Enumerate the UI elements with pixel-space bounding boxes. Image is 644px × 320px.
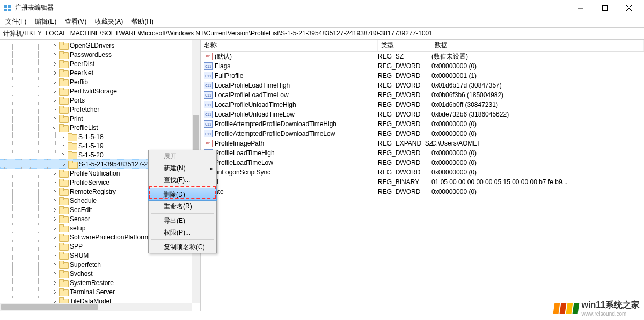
svg-rect-3 [8, 9, 11, 11]
expand-icon[interactable] [52, 97, 58, 104]
folder-icon [59, 234, 68, 241]
value-row[interactable]: ProfileAttemptedProfileDownloadTimeHighR… [201, 119, 644, 129]
column-data[interactable]: 数据 [431, 40, 644, 51]
expand-icon[interactable] [52, 216, 58, 222]
expand-icon[interactable] [52, 234, 58, 241]
ctx-separator [151, 187, 214, 187]
scrollbar-thumb[interactable] [1, 304, 98, 310]
expand-icon[interactable] [52, 252, 58, 259]
expand-icon[interactable] [52, 243, 58, 250]
tree-item-perhwidstorage[interactable]: PerHwIdStorage [0, 86, 200, 96]
expand-icon[interactable] [52, 79, 58, 85]
expand-icon[interactable] [60, 134, 67, 140]
column-type[interactable]: 类型 [378, 40, 431, 51]
value-row[interactable]: LocalProfileLoadTimeLowREG_DWORD0x0b06f3… [201, 90, 644, 100]
expand-icon[interactable] [61, 161, 67, 168]
expand-icon[interactable] [52, 125, 58, 131]
value-row[interactable]: ProfileImagePathREG_EXPAND_SZC:\Users\AO… [201, 139, 644, 148]
folder-icon [59, 170, 68, 177]
ctx-copy-key-name[interactable]: 复制项名称(C) [149, 241, 216, 253]
tree-item-label: ProfileService [70, 179, 109, 186]
folder-icon [59, 215, 68, 223]
tree-item-systemrestore[interactable]: SystemRestore [0, 278, 200, 287]
menu-favorites[interactable]: 收藏夹(A) [91, 16, 127, 27]
expand-icon[interactable] [52, 42, 58, 49]
folder-icon [59, 78, 68, 86]
expand-icon[interactable] [52, 115, 58, 122]
value-row[interactable]: LocalProfileLoadTimeHighREG_DWORD0x01d6b… [201, 81, 644, 90]
tree-item-label: SoftwareProtectionPlatform [70, 234, 148, 241]
value-name: LocalProfileLoadTimeLow [215, 91, 378, 99]
tree-scrollbar-horizontal[interactable] [0, 303, 192, 311]
value-data: 0x00000000 (0) [431, 62, 644, 70]
tree-item-profilelist[interactable]: ProfileList [0, 123, 200, 132]
column-name[interactable]: 名称 [201, 40, 378, 51]
expand-icon[interactable] [52, 179, 58, 186]
tree-item-prefetcher[interactable]: Prefetcher [0, 105, 200, 114]
tree-item-terminal-server[interactable]: Terminal Server [0, 287, 200, 296]
ctx-rename[interactable]: 重命名(R) [149, 200, 216, 212]
expand-icon[interactable] [52, 198, 58, 204]
value-row[interactable]: (默认)REG_SZ(数值未设置) [201, 52, 644, 61]
expand-icon[interactable] [52, 225, 58, 231]
menu-file[interactable]: 文件(F) [1, 16, 31, 27]
value-row[interactable]: FlagsREG_DWORD0x00000000 (0) [201, 61, 644, 71]
menu-view[interactable]: 查看(V) [61, 16, 91, 27]
menu-help[interactable]: 帮助(H) [127, 16, 158, 27]
tree-item-perflib[interactable]: Perflib [0, 77, 200, 86]
menu-edit[interactable]: 编辑(E) [31, 16, 61, 27]
expand-icon[interactable] [60, 143, 67, 149]
expand-icon[interactable] [52, 271, 58, 277]
ctx-export[interactable]: 导出(E) [149, 215, 216, 227]
tree-item-peerdist[interactable]: PeerDist [0, 59, 200, 68]
close-button[interactable] [617, 0, 641, 16]
tree-item-svchost[interactable]: Svchost [0, 269, 200, 278]
tree-item-print[interactable]: Print [0, 114, 200, 123]
value-row[interactable]: ProfileLoadTimeHighREG_DWORD0x00000000 (… [201, 148, 644, 158]
expand-icon[interactable] [52, 170, 58, 177]
address-bar[interactable]: 计算机\HKEY_LOCAL_MACHINE\SOFTWARE\Microsof… [0, 28, 644, 40]
value-row[interactable]: LocalProfileUnloadTimeHighREG_DWORD0x01d… [201, 100, 644, 110]
expand-icon[interactable] [52, 106, 58, 113]
binary-value-icon [204, 91, 213, 99]
ctx-new[interactable]: 新建(N) [149, 162, 216, 174]
tree-item-opengldrivers[interactable]: OpenGLDrivers [0, 41, 200, 50]
ctx-find[interactable]: 查找(F)... [149, 174, 216, 186]
ctx-permissions[interactable]: 权限(P)... [149, 227, 216, 238]
value-row[interactable]: FullProfileREG_DWORD0x00000001 (1) [201, 71, 644, 81]
tree-item-label: Schedule [70, 197, 97, 205]
tree-item-label: S-1-5-18 [78, 133, 104, 141]
value-row[interactable]: LocalProfileUnloadTimeLowREG_DWORD0xbde7… [201, 110, 644, 119]
expand-icon[interactable] [52, 70, 58, 76]
maximize-button[interactable] [592, 0, 617, 16]
expand-icon[interactable] [52, 289, 58, 295]
expand-icon[interactable] [60, 152, 67, 158]
menubar: 文件(F) 编辑(E) 查看(V) 收藏夹(A) 帮助(H) [0, 16, 644, 28]
value-type: REG_DWORD [378, 149, 431, 157]
value-type: REG_DWORD [378, 91, 431, 99]
value-row[interactable]: ProfileAttemptedProfileDownloadTimeLowRE… [201, 129, 644, 139]
value-row[interactable]: ProfileLoadTimeLowREG_DWORD0x00000000 (0… [201, 158, 644, 168]
expand-icon[interactable] [52, 52, 58, 58]
ctx-delete[interactable]: 删除(D) [148, 188, 217, 201]
tree-item-s-1-5-19[interactable]: S-1-5-19 [0, 141, 200, 150]
value-row[interactable]: dREG_BINARY01 05 00 00 00 00 00 05 15 00… [201, 177, 644, 187]
expand-icon[interactable] [52, 261, 58, 268]
expand-icon[interactable] [52, 280, 58, 286]
expand-icon[interactable] [52, 207, 58, 213]
value-name: unLogonScriptSync [215, 169, 378, 176]
svg-rect-2 [4, 9, 7, 11]
expand-icon[interactable] [52, 88, 58, 94]
value-row[interactable]: unLogonScriptSyncREG_DWORD0x00000000 (0) [201, 168, 644, 177]
minimize-button[interactable] [568, 0, 592, 16]
tree-item-ports[interactable]: Ports [0, 96, 200, 105]
ctx-expand[interactable]: 展开 [149, 150, 216, 162]
tree-item-superfetch[interactable]: Superfetch [0, 260, 200, 269]
expand-icon[interactable] [52, 61, 58, 67]
tree-item-peernet[interactable]: PeerNet [0, 68, 200, 77]
tree-item-s-1-5-18[interactable]: S-1-5-18 [0, 132, 200, 141]
expand-icon[interactable] [52, 188, 58, 195]
value-data: 0x00000000 (0) [431, 130, 644, 137]
value-row[interactable]: ateREG_DWORD0x00000000 (0) [201, 187, 644, 197]
tree-item-passwordless[interactable]: PasswordLess [0, 50, 200, 59]
